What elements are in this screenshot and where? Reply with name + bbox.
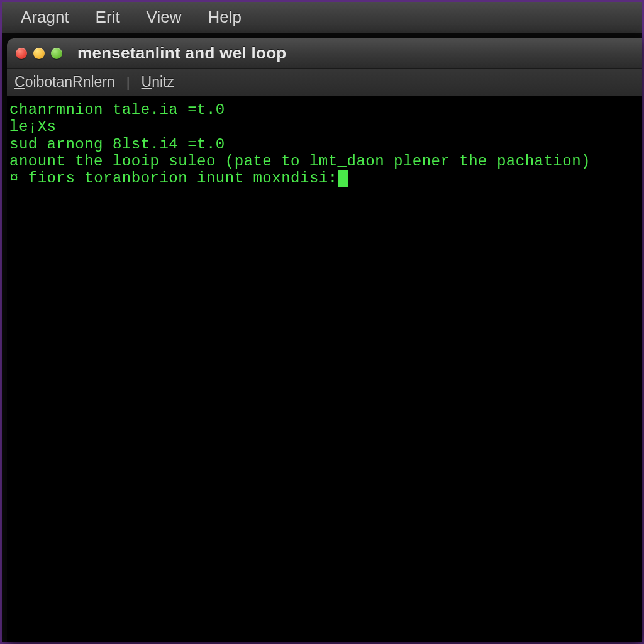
window-title: mensetanlint and wel loop (77, 43, 287, 63)
menubar: Aragnt Erit View Help (2, 2, 642, 33)
tab-unitz[interactable]: Unitz (142, 74, 174, 91)
cursor-icon (338, 170, 348, 187)
terminal-prompt-line: ¤ fiors toranborion inunt moxndisi: (9, 170, 640, 187)
app-frame: Aragnt Erit View Help mensetanlint and w… (0, 0, 644, 644)
titlebar[interactable]: mensetanlint and wel loop (7, 38, 642, 69)
terminal-window: mensetanlint and wel loop CoibotanRnlern… (7, 38, 642, 642)
menu-aragnt[interactable]: Aragnt (21, 8, 69, 27)
prompt-symbol-icon: ¤ (9, 170, 19, 187)
maximize-icon[interactable] (51, 48, 62, 59)
terminal-line: le¡Xs (9, 118, 640, 135)
close-icon[interactable] (16, 48, 27, 59)
menu-help[interactable]: Help (208, 8, 242, 27)
terminal-output[interactable]: chanrmnion tale.ia =t.0le¡Xssud arnong 8… (7, 96, 642, 642)
window-controls (16, 48, 62, 59)
terminal-line: sud arnong 8lst.i4 =t.0 (9, 136, 640, 153)
tabbar: CoibotanRnlern | Unitz (7, 69, 642, 96)
minimize-icon[interactable] (33, 48, 45, 59)
prompt-text: fiors toranborion inunt moxndisi: (19, 170, 338, 187)
tab-coibotanrnlern[interactable]: CoibotanRnlern (14, 74, 115, 91)
terminal-line: chanrmnion tale.ia =t.0 (9, 101, 640, 118)
menu-view[interactable]: View (147, 8, 182, 27)
tab-separator: | (126, 74, 130, 91)
menu-erit[interactable]: Erit (96, 8, 120, 27)
terminal-line: anount the looip suleo (pate to lmt_daon… (9, 153, 640, 170)
